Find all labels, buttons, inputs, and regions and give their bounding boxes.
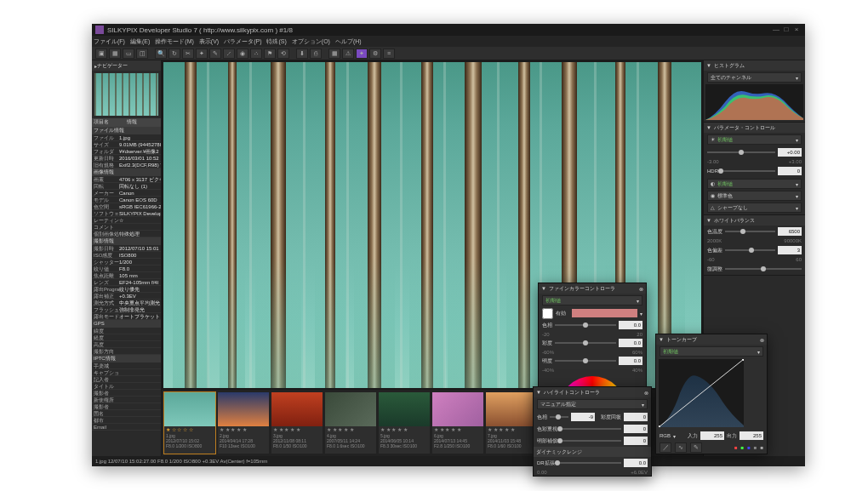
param-control-header[interactable]: ▼ パラメータ・コントロール [704,123,805,133]
info-row: 更新日時2016/03/01 10:52 [92,155,161,162]
thumbnail[interactable]: ★ ☆ ☆ ☆ ☆1.jpg2012/07/10 15:02F8.0 1/200… [164,392,215,454]
tool-settings-icon[interactable]: ⚙ [369,49,381,59]
highlight-mode-select[interactable]: マニュアル指定▾ [537,399,648,409]
thumbnail[interactable]: ★ ★ ★ ★ ★2.jpg2014/04/14 17:28F10 13sec … [218,392,269,454]
exposure-icon: ☀ [711,136,715,144]
saturation-preset-select[interactable]: ◉標準色▾ [707,191,802,201]
thumbnail[interactable]: ★ ★ ★ ★ ★6.jpg2014/07/13 14:45F2.8 1/250… [432,392,483,454]
minimize-button[interactable]: — [771,26,781,34]
saturation-icon: ◉ [711,192,715,200]
micro-slider[interactable] [725,268,802,270]
hdr-slider[interactable] [721,170,775,172]
tool-brush-icon[interactable]: ✎ [209,49,221,59]
chevron-down-icon: ▾ [796,181,798,187]
finecolor-hue-slider[interactable] [555,324,616,326]
tool-batch-icon[interactable]: ≡ [383,49,395,59]
info-row: 画素4706 x 3137 ピクセ [92,176,161,183]
colortemp-slider[interactable] [725,231,775,232]
menu-parameter[interactable]: パラメータ(P) [224,37,261,46]
thumbnail[interactable]: ★ ★ ★ ★ ★4.jpg2007/05/11 14:24F8.0 1.6se… [325,392,376,454]
tool-export-icon[interactable]: ⬇ [296,49,308,59]
whitebalance-header[interactable]: ▼ ホワイトバランス [704,215,805,226]
finecolor-sat-slider[interactable] [555,342,616,344]
thumbnail[interactable]: ★ ★ ★ ★ ★7.jpg2014/11/03 15:48F8.0 1/60 … [486,392,537,454]
tool-history-icon[interactable]: ⟲ [277,49,289,59]
menu-file[interactable]: ファイル(F) [94,37,125,46]
info-row: サイズ9.01MB (9445278byte) [92,141,161,148]
info-row: 焦点距離105 mm [92,272,161,279]
thumbnail[interactable]: ★ ★ ★ ★ ★5.jpg2014/06/05 10:14F8.3 30sec… [379,392,430,454]
finecolor-preset-select[interactable]: 初期値▾ [542,295,642,305]
curve-line-icon[interactable]: ／ [660,442,671,453]
sharpness-preset-select[interactable]: △シャープなし▾ [707,203,802,213]
hl-bright-slider[interactable] [560,440,621,442]
tool-thumb-icon[interactable]: ▦ [109,49,121,59]
hl-hue-slider[interactable] [550,416,568,418]
tool-clone-icon[interactable]: ◉ [237,49,248,59]
maximize-button[interactable]: □ [781,26,791,34]
pin-icon[interactable]: ⊗ [639,286,643,292]
tool-warning-icon[interactable]: ⚠ [342,49,354,59]
tool-zoom-icon[interactable]: 🔍 [155,49,167,59]
highlight-panel[interactable]: ▼ハイライトコントローラ⊗ マニュアル指定▾ 色相-9彩度回復0 色彩重視0 明… [533,386,652,477]
tool-dust-icon[interactable]: ∴ [250,49,262,59]
tool-flag-icon[interactable]: ⚑ [264,49,276,59]
info-row: レンズEF24-105mm f/4I [92,279,161,286]
tool-print-icon[interactable]: ⎙ [310,49,322,59]
close-button[interactable]: × [791,26,802,34]
titlebar[interactable]: SILKYPIX Developer Studio 7 ( http://www… [92,24,805,36]
exposure-preset-select[interactable]: ☀初期値 ▾ [707,134,802,145]
histogram-mode-select[interactable]: 全てのチャンネル▾ [707,72,802,83]
menu-view[interactable]: 表示(V) [199,37,219,46]
tool-grid-icon[interactable]: ▦ [328,49,340,59]
param-control-panel: ▼ パラメータ・コントロール ☀初期値 ▾ +0.00 -3.00+3.00 H… [704,123,805,215]
finecolor-enable-checkbox[interactable] [542,308,553,319]
info-row: 旧有規格Exif2.3(DCF,R98) YCbCr [92,162,161,168]
tool-wand-icon[interactable]: ✦ [196,49,208,59]
contrast-preset-select[interactable]: ◐初期値▾ [707,179,802,189]
dr-slider[interactable] [557,462,621,464]
menubar: ファイル(F) 編集(E) 操作モード(M) 表示(V) パラメータ(P) 特殊… [92,36,805,47]
curve-free-icon[interactable]: ✎ [690,442,702,453]
info-row: レーティング☆ [92,217,161,224]
chevron-down-icon: ▾ [637,298,639,304]
tool-combo-icon[interactable]: ◫ [136,49,148,59]
info-row: フラッシュ強制非発光 [92,306,161,313]
thumbnail[interactable]: ★ ★ ★ ★ ★3.jpg2012/11/08 08:11F8.0 1/50 … [271,392,323,454]
pin-icon[interactable]: ⊗ [760,337,764,343]
tool-rotate-icon[interactable]: ↻ [168,49,180,59]
menu-option[interactable]: オプション(O) [292,37,330,46]
tool-folder-icon[interactable]: ▣ [95,49,107,59]
tonecurve-preset-select[interactable]: 初期値▾ [660,346,763,357]
hdr-value[interactable]: 0 [778,167,802,175]
tool-develop-icon[interactable]: ✦ [356,49,368,59]
tool-preview-icon[interactable]: ▭ [123,49,134,59]
info-row: シャッター1/200 [92,259,161,265]
tool-dropper-icon[interactable]: ⟋ [223,49,235,59]
menu-mode[interactable]: 操作モード(M) [155,37,194,46]
menu-help[interactable]: ヘルプ(H) [335,37,362,46]
tool-crop-icon[interactable]: ✂ [182,49,194,59]
exposure-slider[interactable] [707,151,775,153]
hl-chroma-slider[interactable] [560,428,621,430]
tint-value[interactable]: 3 [778,246,802,254]
exposure-value[interactable]: +0.00 [778,148,802,157]
colortemp-value[interactable]: 6500 [778,227,802,236]
tonecurve-panel[interactable]: ▼トーンカーブ⊗ 初期値▾ RGB▾ 入力255 出力255 ／ ∿ ✎ ■■■… [655,334,768,454]
menu-special[interactable]: 特殊(S) [266,37,286,46]
color-swatch[interactable] [572,309,637,317]
channel-select[interactable]: RGB [660,433,671,438]
curve-spline-icon[interactable]: ∿ [675,442,687,453]
info-row: 手楽城 [92,363,161,369]
finecolor-light-slider[interactable] [555,360,616,362]
tone-curve-editor[interactable] [659,359,744,427]
pin-icon[interactable]: ⊗ [644,390,648,396]
tint-slider[interactable] [725,249,775,251]
navigator-header[interactable]: ▸ ナビゲーター [92,60,161,71]
info-row: 新使権所 [92,397,161,403]
chevron-down-icon: ▼ [706,63,711,68]
info-row: 高度 [92,341,161,348]
histogram-header[interactable]: ▼ ヒストグラム [704,60,805,71]
navigator-thumbnail[interactable] [94,73,158,116]
menu-edit[interactable]: 編集(E) [130,37,150,46]
